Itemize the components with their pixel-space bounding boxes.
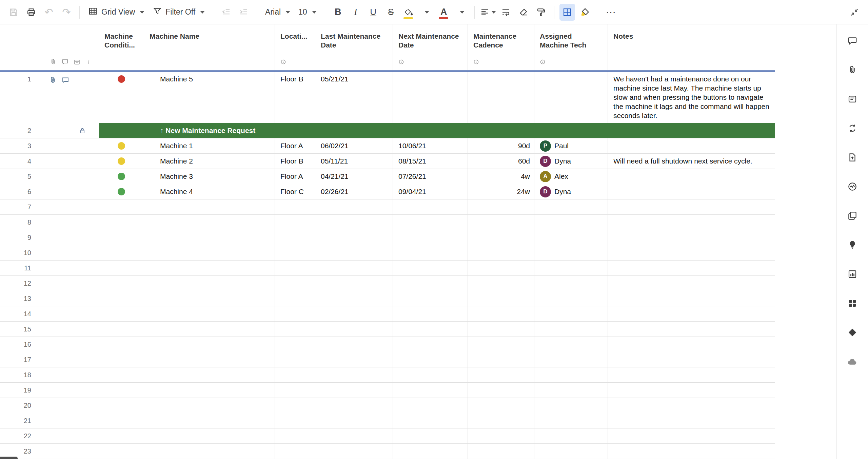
cell-maintenance-cadence[interactable]: [468, 413, 534, 428]
cell-assigned-tech[interactable]: [534, 428, 608, 443]
cell-assigned-tech[interactable]: [534, 199, 608, 214]
cell-machine-condition[interactable]: [99, 337, 144, 352]
cell-location[interactable]: Floor A: [275, 169, 315, 184]
cell-next-maintenance-date[interactable]: [393, 322, 468, 337]
row-number[interactable]: 5: [0, 169, 35, 180]
cell-location[interactable]: [275, 276, 315, 291]
cell-maintenance-cadence[interactable]: [468, 383, 534, 398]
eraser-button[interactable]: [516, 4, 531, 21]
cell-last-maintenance-date[interactable]: 06/02/21: [315, 138, 393, 153]
view-selector[interactable]: Grid View: [84, 4, 149, 21]
sync-icon[interactable]: [846, 122, 859, 134]
cell-machine-name[interactable]: [144, 413, 275, 428]
row-number[interactable]: 15: [0, 322, 35, 333]
cell-assigned-tech[interactable]: [534, 72, 608, 123]
cell-machine-name[interactable]: [144, 199, 275, 214]
cell-maintenance-cadence[interactable]: [468, 398, 534, 413]
italic-button[interactable]: I: [348, 4, 363, 21]
cell-notes[interactable]: [608, 276, 775, 291]
cell-assigned-tech[interactable]: [534, 306, 608, 321]
text-color-button[interactable]: A: [436, 4, 452, 21]
text-color-menu-button[interactable]: [454, 4, 469, 21]
cell-maintenance-cadence[interactable]: [468, 276, 534, 291]
cell-last-maintenance-date[interactable]: [315, 322, 393, 337]
info-icon[interactable]: [473, 58, 479, 67]
cell-machine-condition[interactable]: [99, 184, 144, 199]
italic-i-icon[interactable]: [85, 58, 93, 67]
cell-maintenance-cadence[interactable]: [468, 72, 534, 123]
cell-machine-condition[interactable]: [99, 138, 144, 153]
cell-machine-name[interactable]: [144, 398, 275, 413]
cell-last-maintenance-date[interactable]: [315, 215, 393, 230]
cell-assigned-tech[interactable]: [534, 337, 608, 352]
cell-machine-condition[interactable]: [99, 261, 144, 275]
cell-maintenance-cadence[interactable]: 60d: [468, 154, 534, 169]
diamond-icon[interactable]: [846, 326, 859, 339]
cell-machine-name[interactable]: [144, 337, 275, 352]
cell-assigned-tech[interactable]: A Alex: [534, 169, 608, 184]
cell-machine-condition[interactable]: [99, 428, 144, 443]
info-icon[interactable]: [398, 58, 404, 67]
cell-assigned-tech[interactable]: [534, 444, 608, 459]
info-icon[interactable]: [540, 58, 546, 67]
fill-color-button[interactable]: [401, 4, 416, 21]
highlighter-button[interactable]: [577, 4, 593, 21]
row-number[interactable]: 11: [0, 261, 35, 272]
cell-location[interactable]: Floor B: [275, 154, 315, 169]
apps-grid-icon[interactable]: [846, 297, 859, 309]
cell-notes[interactable]: [608, 383, 775, 398]
cell-maintenance-cadence[interactable]: [468, 337, 534, 352]
cell-maintenance-cadence[interactable]: [468, 261, 534, 275]
cell-last-maintenance-date[interactable]: [315, 428, 393, 443]
cell-maintenance-cadence[interactable]: [468, 352, 534, 367]
cloud-icon[interactable]: [846, 356, 859, 368]
cell-notes[interactable]: [608, 245, 775, 260]
row-number[interactable]: 23: [0, 444, 35, 455]
cell-location[interactable]: [275, 230, 315, 245]
row-number[interactable]: 20: [0, 398, 35, 409]
cell-machine-name[interactable]: [144, 261, 275, 275]
cell-last-maintenance-date[interactable]: [315, 230, 393, 245]
cell-machine-name[interactable]: [144, 428, 275, 443]
paperclip-icon[interactable]: [846, 64, 859, 76]
cell-machine-name[interactable]: [144, 444, 275, 459]
cell-machine-condition[interactable]: [99, 352, 144, 367]
cell-machine-condition[interactable]: [99, 413, 144, 428]
cell-maintenance-cadence[interactable]: 90d: [468, 138, 534, 153]
cell-next-maintenance-date[interactable]: [393, 383, 468, 398]
cell-location[interactable]: Floor B: [275, 72, 315, 123]
cell-notes[interactable]: [608, 184, 775, 199]
cell-machine-condition[interactable]: [99, 444, 144, 459]
cell-maintenance-cadence[interactable]: [468, 215, 534, 230]
cell-assigned-tech[interactable]: [534, 276, 608, 291]
outdent-button[interactable]: [218, 4, 234, 21]
row-number[interactable]: 7: [0, 199, 35, 211]
attachment-icon[interactable]: [49, 76, 57, 85]
cell-assigned-tech[interactable]: [534, 261, 608, 275]
cell-last-maintenance-date[interactable]: [315, 306, 393, 321]
bold-button[interactable]: B: [330, 4, 346, 21]
bar-chart-icon[interactable]: [846, 268, 859, 280]
cell-last-maintenance-date[interactable]: 05/11/21: [315, 154, 393, 169]
redo-button[interactable]: ↷: [59, 4, 74, 21]
cell-next-maintenance-date[interactable]: [393, 398, 468, 413]
banner-cell[interactable]: ↑ New Maintenance Request: [99, 123, 775, 138]
more-button[interactable]: ⋯: [603, 4, 619, 21]
cell-machine-name[interactable]: [144, 291, 275, 306]
row-number[interactable]: 21: [0, 413, 35, 425]
cell-last-maintenance-date[interactable]: 02/26/21: [315, 184, 393, 199]
cell-next-maintenance-date[interactable]: 09/04/21: [393, 184, 468, 199]
cell-next-maintenance-date[interactable]: [393, 337, 468, 352]
cell-machine-condition[interactable]: [99, 367, 144, 382]
cell-notes[interactable]: [608, 169, 775, 184]
collapse-toolbar-button[interactable]: [847, 4, 862, 21]
cell-last-maintenance-date[interactable]: [315, 245, 393, 260]
cell-next-maintenance-date[interactable]: 07/26/21: [393, 169, 468, 184]
cell-notes[interactable]: [608, 352, 775, 367]
cell-location[interactable]: [275, 367, 315, 382]
cell-location[interactable]: [275, 245, 315, 260]
info-icon[interactable]: [280, 58, 286, 67]
cell-machine-name[interactable]: Machine 3: [144, 169, 275, 184]
column-header-notes[interactable]: Notes: [608, 24, 775, 70]
cell-assigned-tech[interactable]: [534, 215, 608, 230]
